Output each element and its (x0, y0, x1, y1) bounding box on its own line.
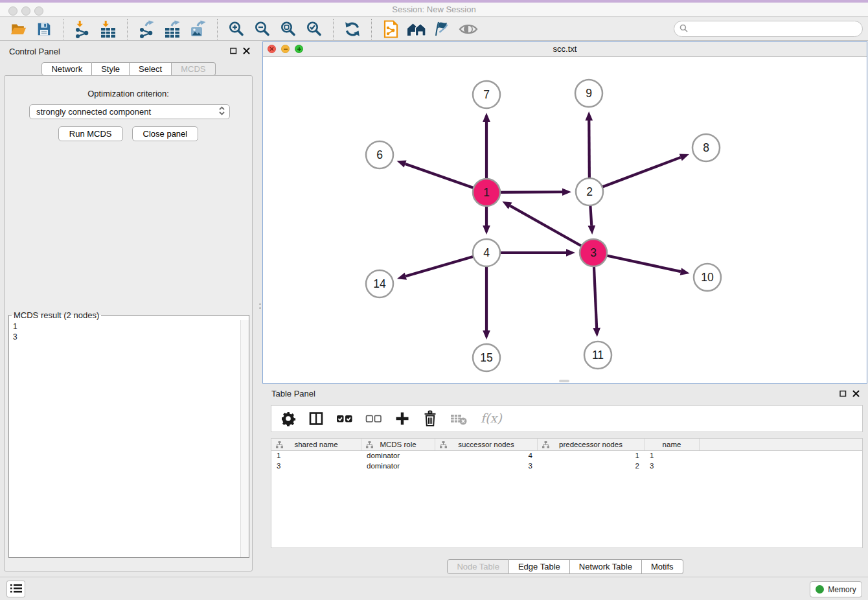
tab-network-table[interactable]: Network Table (570, 559, 642, 574)
float-panel-icon[interactable] (839, 389, 847, 398)
node-11[interactable]: 11 (584, 341, 611, 369)
tab-mcds[interactable]: MCDS (172, 62, 215, 76)
node-8[interactable]: 8 (692, 134, 720, 161)
function-builder-button[interactable]: f(x) (479, 411, 503, 426)
node-6[interactable]: 6 (366, 141, 393, 168)
svg-text:3: 3 (590, 246, 597, 259)
add-row-icon (394, 411, 410, 426)
edge-3-10[interactable] (593, 253, 690, 275)
import-table-icon (99, 20, 117, 38)
delete-row-button[interactable] (422, 410, 438, 427)
node-2[interactable]: 2 (576, 178, 603, 205)
deselect-all-button[interactable] (365, 411, 382, 426)
eye-button[interactable] (457, 19, 479, 40)
zoom-fit-button[interactable] (277, 19, 299, 40)
zoom-selected-button[interactable] (303, 19, 325, 40)
column-header-successor-nodes[interactable]: successor nodes (435, 439, 538, 450)
import-table-button[interactable] (97, 19, 119, 40)
tab-node-table[interactable]: Node Table (447, 559, 509, 574)
delete-table-button[interactable] (450, 411, 467, 426)
node-4[interactable]: 4 (473, 239, 500, 266)
hierarchy-icon (366, 441, 373, 450)
criterion-value: strongly connected component (36, 107, 218, 117)
memory-button[interactable]: Memory (810, 581, 862, 597)
result-scrollbar[interactable] (240, 320, 249, 557)
task-history-button[interactable] (6, 581, 25, 597)
close-panel-button[interactable]: Close panel (132, 126, 199, 141)
node-1[interactable]: 1 (473, 179, 500, 206)
optimization-criterion-label: Optimization criterion: (5, 89, 252, 98)
select-all-button[interactable] (336, 411, 353, 426)
node-14[interactable]: 14 (366, 270, 393, 297)
column-header-predecessor-nodes[interactable]: predecessor nodes (538, 439, 645, 450)
open-session-button[interactable] (7, 19, 29, 40)
add-row-button[interactable] (394, 411, 410, 426)
export-network-button[interactable] (135, 19, 157, 40)
columns-button[interactable] (308, 411, 324, 426)
save-session-button[interactable] (33, 19, 55, 40)
settings-gear-button[interactable] (280, 411, 296, 426)
edge-2-8[interactable] (589, 154, 689, 192)
column-header-shared-name[interactable]: shared name (271, 439, 361, 450)
window-title: Session: New Session (0, 5, 868, 14)
export-image-button[interactable] (187, 19, 209, 40)
table-panel-tabs: Node TableEdge TableNetwork TableMotifs (262, 559, 868, 574)
svg-text:9: 9 (586, 87, 592, 100)
search-box[interactable] (674, 21, 863, 37)
column-header-MCDS-role[interactable]: MCDS role (361, 439, 435, 450)
zoom-in-button[interactable] (225, 19, 247, 40)
run-mcds-button[interactable]: Run MCDS (58, 126, 123, 141)
node-15[interactable]: 15 (473, 344, 500, 371)
zoom-out-button[interactable] (251, 19, 273, 40)
stepper-icon (218, 106, 225, 118)
list-icon (10, 583, 23, 595)
column-header-name[interactable]: name (645, 439, 700, 450)
node-3[interactable]: 3 (580, 239, 607, 266)
style-icon (434, 21, 451, 38)
table-row[interactable]: 1dominator411 (271, 451, 862, 461)
function-builder-icon: f(x) (479, 411, 503, 426)
import-network-button[interactable] (71, 19, 93, 40)
hierarchy-icon (276, 441, 283, 450)
tab-select[interactable]: Select (130, 62, 172, 76)
close-panel-icon[interactable] (852, 389, 860, 398)
node-9[interactable]: 9 (575, 80, 602, 107)
deselect-all-icon (365, 411, 382, 426)
svg-text:7: 7 (483, 88, 490, 101)
node-7[interactable]: 7 (473, 81, 500, 108)
table-header-row: shared nameMCDS rolesuccessor nodesprede… (271, 439, 862, 451)
svg-text:14: 14 (373, 277, 386, 290)
control-panel-title: Control Panel (9, 47, 60, 56)
tab-motifs[interactable]: Motifs (642, 559, 683, 574)
mcds-result-box: MCDS result (2 nodes) 13 (8, 310, 249, 558)
search-input[interactable] (691, 23, 862, 35)
toolbar-separator (63, 19, 63, 40)
column-label: name (663, 441, 681, 448)
zoom-in-icon (227, 20, 246, 38)
toolbar-separator (217, 19, 218, 40)
edge-3-1[interactable] (502, 202, 593, 253)
refresh-view-button[interactable] (341, 19, 363, 40)
open-session-icon (10, 21, 27, 38)
eye-icon (459, 21, 478, 37)
close-panel-icon[interactable] (242, 47, 251, 55)
network-canvas[interactable]: 1234678910111415 (263, 57, 867, 383)
toolbar-separator (333, 19, 334, 40)
table-row[interactable]: 3dominator323 (271, 461, 862, 472)
node-10[interactable]: 10 (694, 264, 721, 291)
tab-edge-table[interactable]: Edge Table (509, 559, 570, 574)
criterion-dropdown[interactable]: strongly connected component (29, 104, 230, 119)
export-table-button[interactable] (161, 19, 183, 40)
network-overview-button[interactable] (380, 19, 402, 40)
side-divider-handle[interactable] (258, 303, 261, 312)
home-button[interactable] (405, 19, 428, 40)
network-window: scc.txt 1234678910111415 (262, 41, 867, 384)
table-panel-title: Table Panel (271, 389, 315, 398)
style-button[interactable] (431, 19, 453, 40)
panel-divider-handle[interactable] (559, 380, 569, 382)
tab-style[interactable]: Style (92, 62, 130, 76)
toolbar-separator (371, 19, 372, 40)
tab-network[interactable]: Network (41, 62, 92, 76)
svg-text:4: 4 (483, 246, 490, 259)
float-panel-icon[interactable] (229, 47, 238, 55)
